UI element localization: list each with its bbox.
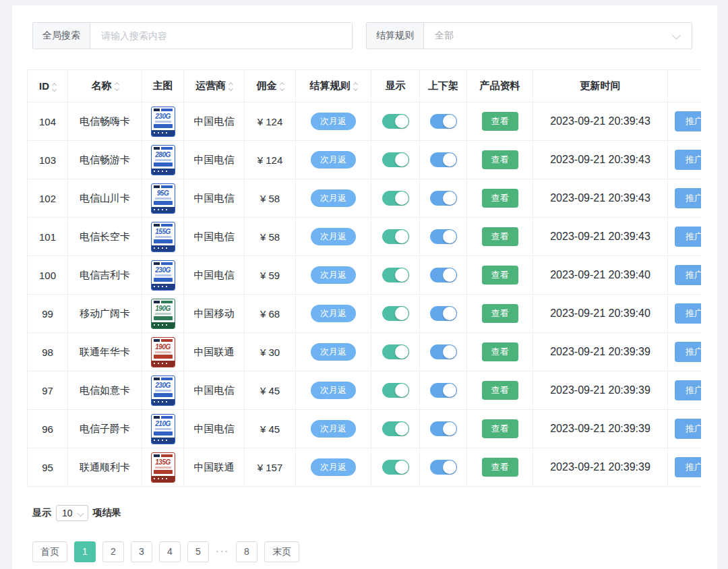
promote-button[interactable]: 推广 — [675, 342, 701, 362]
promote-button[interactable]: 推广 — [675, 419, 701, 439]
shelf-toggle[interactable] — [430, 345, 457, 359]
products-table: ID名称主图运营商佣金结算规则显示上下架产品资料更新时间 104 电信畅嗨卡 2… — [27, 69, 701, 487]
promote-button[interactable]: 推广 — [675, 457, 701, 477]
table-row: 100 电信吉利卡 230G 中国电信 ¥ 59 次月返 查看 2023-09-… — [28, 256, 702, 295]
sort-icon — [115, 83, 119, 90]
shelf-toggle[interactable] — [430, 306, 457, 321]
shelf-toggle[interactable] — [430, 114, 457, 129]
promote-button[interactable]: 推广 — [675, 188, 701, 208]
thumb-data-label: 230G — [152, 382, 175, 389]
cell-commission: ¥ 157 — [245, 448, 296, 487]
view-button[interactable]: 查看 — [482, 266, 518, 284]
product-thumbnail: 230G — [151, 107, 175, 137]
cell-name: 电信畅嗨卡 — [68, 102, 142, 141]
visible-toggle[interactable] — [382, 306, 409, 321]
thumb-data-label: 135G — [152, 458, 175, 466]
pagination-button[interactable]: 末页 — [264, 541, 299, 562]
product-thumbnail: 230G — [151, 376, 175, 406]
cell-commission: ¥ 124 — [245, 102, 296, 141]
cell-commission: ¥ 59 — [245, 256, 296, 295]
cell-name: 联通年华卡 — [68, 333, 142, 371]
visible-toggle[interactable] — [382, 383, 409, 398]
table-row: 98 联通年华卡 190G 中国联通 ¥ 30 次月返 查看 2023-09-2… — [28, 333, 702, 371]
visible-toggle[interactable] — [382, 191, 409, 206]
cell-id: 96 — [28, 410, 68, 448]
settlement-rule-badge: 次月返 — [311, 151, 356, 169]
table-row: 103 电信畅游卡 280G 中国电信 ¥ 124 次月返 查看 2023-09… — [28, 141, 702, 179]
shelf-toggle[interactable] — [430, 460, 457, 475]
view-button[interactable]: 查看 — [482, 150, 518, 169]
table-row: 99 移动广阔卡 190G 中国移动 ¥ 68 次月返 查看 2023-09-2… — [28, 295, 702, 333]
pagination-button[interactable]: 2 — [102, 541, 124, 562]
column-header: 产品资料 — [467, 70, 533, 102]
table-header-row: ID名称主图运营商佣金结算规则显示上下架产品资料更新时间 — [28, 70, 702, 102]
shelf-toggle[interactable] — [430, 229, 457, 244]
pagination-button[interactable]: 4 — [159, 541, 181, 562]
view-button[interactable]: 查看 — [482, 458, 518, 477]
pagination-button[interactable]: 8 — [236, 541, 257, 562]
visible-toggle[interactable] — [382, 345, 409, 359]
settlement-rule-badge: 次月返 — [311, 113, 356, 130]
view-button[interactable]: 查看 — [482, 227, 518, 246]
pagination-button[interactable]: 1 — [74, 541, 96, 562]
pagination-button[interactable]: 5 — [187, 541, 209, 562]
visible-toggle[interactable] — [382, 268, 409, 282]
thumb-header-bar — [154, 301, 173, 303]
visible-toggle[interactable] — [382, 460, 409, 475]
column-header[interactable]: 佣金 — [245, 70, 296, 102]
search-input[interactable] — [90, 23, 352, 49]
view-button[interactable]: 查看 — [482, 189, 518, 208]
table-row: 95 联通顺利卡 135G 中国联通 ¥ 157 次月返 查看 2023-09-… — [28, 448, 702, 487]
view-button[interactable]: 查看 — [482, 112, 518, 131]
column-header: 主图 — [142, 70, 184, 102]
column-header: 上下架 — [420, 70, 467, 102]
view-button[interactable]: 查看 — [482, 342, 518, 361]
shelf-toggle[interactable] — [430, 421, 457, 436]
shelf-toggle[interactable] — [430, 268, 457, 282]
thumb-header-bar — [154, 109, 173, 111]
view-button[interactable]: 查看 — [482, 419, 518, 438]
promote-button[interactable]: 推广 — [675, 111, 701, 131]
settlement-rule-badge: 次月返 — [311, 305, 356, 322]
product-thumbnail: 210G — [151, 414, 175, 444]
promote-button[interactable]: 推广 — [675, 227, 701, 247]
visible-toggle[interactable] — [382, 114, 409, 129]
cell-id: 97 — [28, 371, 68, 410]
visible-toggle[interactable] — [382, 152, 409, 167]
pagination-button[interactable]: 3 — [131, 541, 152, 562]
column-header[interactable]: 结算规则 — [296, 70, 371, 102]
page-size-select[interactable]: 10 — [56, 505, 88, 521]
cell-id: 104 — [28, 102, 68, 141]
column-header[interactable]: 名称 — [68, 70, 142, 102]
visible-toggle[interactable] — [382, 229, 409, 244]
chevron-down-icon — [77, 510, 84, 517]
sort-icon — [53, 84, 56, 91]
thumb-header-bar — [154, 378, 173, 380]
promote-button[interactable]: 推广 — [675, 380, 701, 400]
view-button[interactable]: 查看 — [482, 304, 518, 323]
column-header[interactable]: 运营商 — [184, 70, 245, 102]
visible-toggle[interactable] — [382, 421, 409, 436]
cell-updated: 2023-09-21 20:39:43 — [533, 141, 668, 179]
promote-button[interactable]: 推广 — [675, 150, 701, 170]
column-header[interactable]: ID — [28, 70, 68, 102]
page-size-value: 10 — [62, 508, 73, 518]
settlement-rule-badge: 次月返 — [311, 458, 356, 476]
thumb-data-label: 190G — [152, 343, 175, 351]
cell-commission: ¥ 124 — [245, 141, 296, 179]
shelf-toggle[interactable] — [430, 152, 457, 167]
cell-commission: ¥ 45 — [245, 371, 296, 410]
pagination-button[interactable]: 首页 — [32, 541, 67, 562]
shelf-toggle[interactable] — [430, 191, 457, 206]
product-thumbnail: 155G — [151, 222, 175, 252]
promote-button[interactable]: 推广 — [675, 265, 701, 285]
table-row: 102 电信山川卡 95G 中国电信 ¥ 58 次月返 查看 2023-09-2… — [28, 179, 702, 218]
cell-updated: 2023-09-21 20:39:43 — [533, 102, 668, 141]
shelf-toggle[interactable] — [430, 383, 457, 398]
cell-updated: 2023-09-21 20:39:43 — [533, 179, 668, 218]
view-button[interactable]: 查看 — [482, 381, 518, 400]
thumb-data-label: 230G — [152, 113, 175, 120]
cell-name: 电信吉利卡 — [68, 256, 142, 295]
promote-button[interactable]: 推广 — [675, 303, 701, 324]
settlement-rule-filter[interactable]: 结算规则 全部 — [366, 22, 692, 49]
